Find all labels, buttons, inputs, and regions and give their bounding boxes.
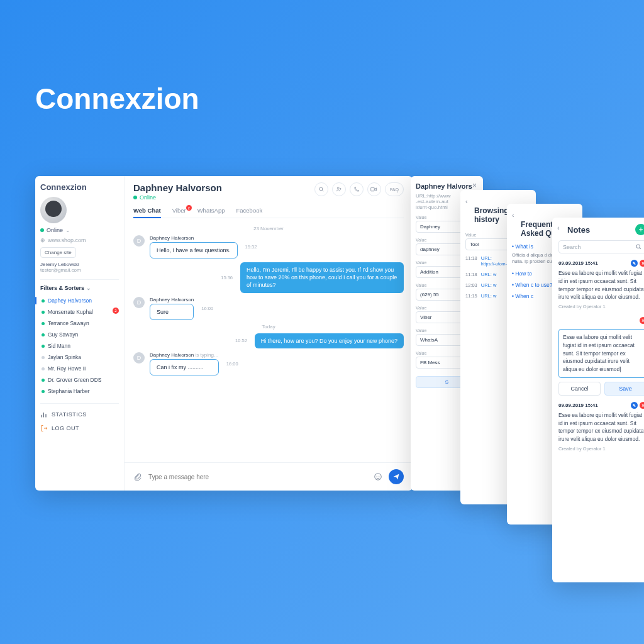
sidebar-contact[interactable]: Terrance Sawayn bbox=[40, 318, 119, 329]
panel-title: Notes bbox=[567, 225, 590, 235]
avatar[interactable] bbox=[40, 197, 67, 223]
message-out: 10:52 Hi there, how are you? Do you enjo… bbox=[133, 333, 404, 348]
sidebar-contact[interactable]: Stephania Harber bbox=[40, 386, 119, 397]
status-dot-icon bbox=[42, 322, 45, 325]
channel-tabs: Web ChatViber2WhatsAppFacebook bbox=[133, 207, 404, 218]
user-email: tester@gmail.com bbox=[40, 267, 119, 273]
date-separator: 23 November bbox=[133, 226, 404, 231]
search-icon bbox=[635, 243, 642, 250]
faq-button[interactable]: FAQ bbox=[385, 182, 404, 196]
site-label: www.shop.com bbox=[48, 237, 86, 243]
channel-tab[interactable]: Web Chat bbox=[133, 207, 161, 218]
nav-logout[interactable]: LOG OUT bbox=[40, 421, 119, 435]
add-note-button[interactable]: + bbox=[635, 224, 644, 235]
message-bubble: Hi there, how are you? Do you enjoy your… bbox=[255, 333, 404, 348]
send-button[interactable] bbox=[389, 469, 404, 484]
cancel-button[interactable]: Cancel bbox=[558, 382, 601, 396]
video-icon[interactable] bbox=[367, 182, 381, 196]
channel-tab[interactable]: Viber2 bbox=[172, 207, 186, 218]
notes-panel: ‹ Notes + Search 09.09.2019 15:41 ✎ ✕ Es… bbox=[552, 218, 644, 582]
chevron-down-icon[interactable]: ⌄ bbox=[65, 227, 70, 233]
svg-point-6 bbox=[636, 245, 640, 248]
chat-pane: Daphney Halvorson Online FAQ Web ChatVib… bbox=[125, 176, 413, 491]
message-time: 16:00 bbox=[226, 361, 238, 367]
sidebar-contact[interactable]: Guy Sawayn bbox=[40, 329, 119, 340]
avatar-icon: D bbox=[133, 297, 145, 308]
note-author: Created by Operator 1 bbox=[558, 446, 644, 452]
message-out: 15:36 Hello, I'm Jeremi, I'll be happy t… bbox=[133, 262, 404, 292]
sidebar-contact[interactable]: Mr. Roy Howe II bbox=[40, 363, 119, 374]
panel-title: Daphney Halvors bbox=[416, 182, 478, 191]
message-bubble: Hello, I'm Jeremi, I'll be happy to assi… bbox=[240, 262, 404, 292]
status-label[interactable]: Online bbox=[47, 227, 63, 233]
brand: Connexzion bbox=[40, 182, 119, 192]
sidebar-contact[interactable]: Monserrate Kuphal2 bbox=[40, 306, 119, 318]
emoji-icon[interactable] bbox=[374, 472, 382, 481]
status-dot-icon bbox=[42, 379, 45, 382]
message-input[interactable] bbox=[148, 474, 367, 480]
search-icon[interactable] bbox=[314, 182, 328, 196]
unread-badge: 2 bbox=[113, 308, 119, 314]
status-dot-icon bbox=[42, 299, 45, 303]
note-date: ✕ bbox=[558, 317, 644, 324]
add-user-icon[interactable] bbox=[332, 182, 346, 196]
app-stage: Connexzion Online ⌄ ⊕ www.shop.com Chang… bbox=[35, 176, 620, 528]
svg-point-3 bbox=[375, 474, 382, 480]
channel-tab[interactable]: Facebook bbox=[236, 207, 262, 218]
contact-list: Daphey HalvorsonMonserrate Kuphal2Terran… bbox=[40, 295, 119, 397]
edit-icon[interactable]: ✎ bbox=[631, 260, 638, 267]
attach-icon[interactable] bbox=[133, 472, 142, 481]
avatar-icon: D bbox=[133, 235, 145, 247]
chat-status: Online bbox=[140, 194, 156, 201]
app-window: Connexzion Online ⌄ ⊕ www.shop.com Chang… bbox=[35, 176, 413, 491]
delete-icon[interactable]: ✕ bbox=[640, 317, 644, 324]
search-input[interactable]: Search bbox=[558, 240, 644, 253]
save-button[interactable]: Save bbox=[604, 382, 644, 396]
status-dot-icon bbox=[40, 228, 44, 232]
chat-header: Daphney Halvorson Online FAQ Web ChatVib… bbox=[125, 176, 413, 218]
status-dot-icon bbox=[42, 345, 45, 348]
sender-name: Daphney Halvorson bbox=[150, 352, 194, 358]
sidebar-contact[interactable]: Daphey Halvorson bbox=[40, 295, 119, 306]
composer bbox=[125, 462, 413, 491]
change-site-button[interactable]: Change site bbox=[40, 247, 76, 258]
chart-icon bbox=[40, 411, 48, 418]
message-time: 16:00 bbox=[201, 306, 213, 311]
typing-indicator: is typing… bbox=[196, 352, 219, 358]
note-author: Created by Operator 1 bbox=[558, 304, 644, 309]
message-bubble: Can i fix my .......... bbox=[150, 359, 219, 375]
sidebar: Connexzion Online ⌄ ⊕ www.shop.com Chang… bbox=[35, 176, 125, 491]
hero-title: Connexzion bbox=[35, 82, 199, 116]
svg-point-4 bbox=[377, 476, 377, 477]
phone-icon[interactable] bbox=[350, 182, 364, 196]
message-in: D Daphney Halvorson Hello, I have a few … bbox=[133, 235, 404, 258]
delete-icon[interactable]: ✕ bbox=[640, 402, 644, 409]
close-icon[interactable]: × bbox=[472, 181, 477, 190]
message-time: 15:32 bbox=[245, 244, 257, 250]
channel-tab[interactable]: WhatsApp bbox=[197, 207, 225, 218]
status-dot-icon bbox=[42, 333, 45, 336]
back-icon[interactable]: ‹ bbox=[512, 211, 514, 219]
sender-name: Daphney Halvorson bbox=[150, 297, 194, 303]
svg-point-5 bbox=[379, 476, 379, 477]
delete-icon[interactable]: ✕ bbox=[640, 260, 644, 267]
nav-statistics[interactable]: STATISTICS bbox=[40, 408, 119, 421]
back-icon[interactable]: ‹ bbox=[465, 197, 468, 205]
note-editor[interactable]: Esse ea labore qui mollit velit fugiat i… bbox=[558, 329, 644, 378]
unread-badge: 2 bbox=[186, 205, 192, 211]
filters-sorters[interactable]: Filters & Sorters ⌄ bbox=[40, 279, 119, 291]
note-body: Esse ea labore qui mollit velit fugiat i… bbox=[558, 411, 644, 443]
status-dot-icon bbox=[42, 367, 45, 370]
message-in-typing: D Daphney Halvorson is typing… Can i fix… bbox=[133, 352, 404, 375]
back-icon[interactable]: ‹ bbox=[557, 224, 560, 231]
message-time: 10:52 bbox=[235, 338, 247, 343]
avatar-icon: D bbox=[133, 352, 145, 364]
sidebar-contact[interactable]: Dr. Grover Green DDS bbox=[40, 374, 119, 386]
sidebar-contact[interactable]: Sid Mann bbox=[40, 340, 119, 352]
note-date: 09.09.2019 15:41 ✎ ✕ bbox=[558, 260, 644, 267]
message-thread[interactable]: 23 November D Daphney Halvorson Hello, I… bbox=[125, 218, 413, 462]
edit-icon[interactable]: ✎ bbox=[631, 402, 638, 409]
message-bubble: Sure bbox=[150, 304, 194, 320]
sidebar-contact[interactable]: Jaylan Spinka bbox=[40, 352, 119, 363]
note-body: Esse ea labore qui mollit velit fugiat i… bbox=[558, 269, 644, 301]
